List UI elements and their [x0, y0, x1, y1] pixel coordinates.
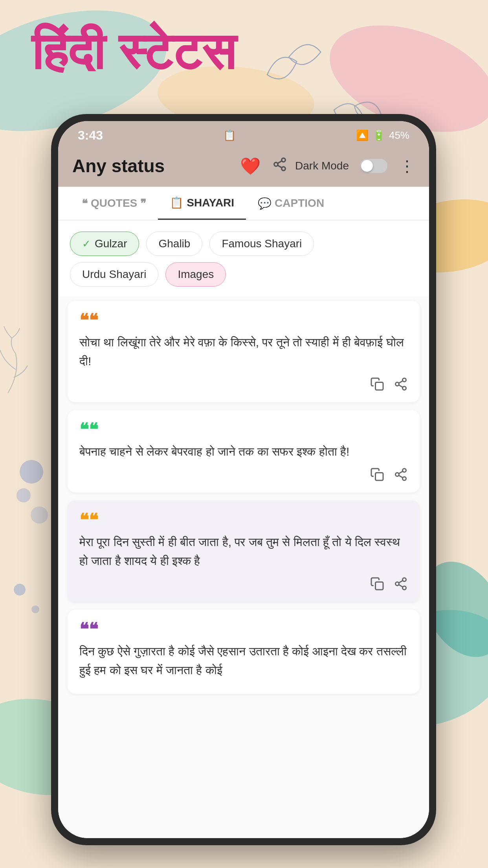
shayari-icon: 📋	[170, 196, 183, 209]
app-title-hindi: हिंदी स्टेटस	[31, 24, 236, 80]
heart-icon: ❤️	[240, 156, 261, 176]
tab-quotes[interactable]: ❝ QUOTES ❞	[70, 188, 158, 219]
chip-gulzar[interactable]: ✓ Gulzar	[70, 232, 139, 256]
quote-card-3: ❝❝ मेरा पूरा दिन सुस्ती में ही बीत जाता …	[68, 500, 420, 602]
quote-mark-1: ❝❝	[79, 312, 408, 329]
quote-text-2: बेपनाह चाहने से लेकर बेपरवाह हो जाने तक …	[79, 442, 408, 461]
copy-button-2[interactable]	[370, 467, 384, 485]
dark-mode-label: Dark Mode	[295, 160, 349, 172]
battery-level: 45%	[389, 129, 409, 142]
caption-icon: 💬	[258, 197, 272, 210]
check-icon: ✓	[82, 238, 91, 250]
svg-rect-24	[376, 473, 383, 481]
sim-icon: 📋	[223, 129, 236, 142]
copy-button-3[interactable]	[370, 577, 384, 594]
share-button-2[interactable]	[394, 467, 408, 485]
svg-line-16	[278, 165, 282, 167]
chip-urdu-shayari[interactable]: Urdu Shayari	[70, 262, 158, 287]
svg-point-10	[14, 584, 26, 596]
quote-text-1: सोचा था लिखूंगा तेरे और मेरे वफ़ा के किस…	[79, 333, 408, 371]
svg-line-22	[399, 385, 403, 387]
app-header: Any status ❤️ Dark Mode ⋮	[58, 148, 429, 187]
dark-mode-toggle[interactable]	[360, 159, 387, 173]
battery-icon: 🔋	[372, 129, 385, 142]
app-name: Any status	[72, 155, 232, 177]
status-bar: 3:43 📋 🔼 🔋 45%	[58, 121, 429, 148]
svg-line-28	[399, 475, 403, 478]
share-button-1[interactable]	[394, 377, 408, 394]
svg-rect-18	[376, 383, 383, 390]
phone-mockup: 3:43 📋 🔼 🔋 45% Any status ❤️	[51, 114, 436, 845]
svg-point-8	[31, 506, 48, 524]
quote-text-4: दिन कुछ ऐसे गुज़ारता है कोई जैसे एहसान उ…	[79, 642, 408, 680]
quote-mark-3: ❝❝	[79, 511, 408, 529]
chip-ghalib[interactable]: Ghalib	[146, 232, 202, 256]
svg-line-29	[399, 471, 403, 474]
share-header-icon[interactable]	[272, 157, 287, 175]
filter-chips: ✓ Gulzar Ghalib Famous Shayari Urdu Shay…	[58, 221, 429, 297]
quote-mark-4: ❝❝	[79, 621, 408, 638]
quotes-list: ❝❝ सोचा था लिखूंगा तेरे और मेरे वफ़ा के …	[58, 297, 429, 838]
chip-famous-shayari[interactable]: Famous Shayari	[209, 232, 314, 256]
quote-card-2: ❝❝ बेपनाह चाहने से लेकर बेपरवाह हो जाने …	[68, 410, 420, 493]
quote-text-3: मेरा पूरा दिन सुस्ती में ही बीत जाता है,…	[79, 533, 408, 570]
svg-line-34	[399, 585, 403, 587]
signal-icon: 🔼	[356, 129, 369, 142]
share-button-3[interactable]	[394, 577, 408, 594]
quote-card-1: ❝❝ सोचा था लिखूंगा तेरे और मेरे वफ़ा के …	[68, 301, 420, 402]
quote-card-4: ❝❝ दिन कुछ ऐसे गुज़ारता है कोई जैसे एहसा…	[68, 610, 420, 694]
quote-mark-2: ❝❝	[79, 421, 408, 438]
chip-images[interactable]: Images	[165, 262, 226, 287]
quote-right-icon: ❞	[140, 197, 146, 210]
more-options-icon[interactable]: ⋮	[399, 157, 415, 175]
quote-left-icon: ❝	[82, 197, 88, 210]
status-time: 3:43	[78, 128, 103, 143]
tabs-bar: ❝ QUOTES ❞ 📋 SHAYARI 💬 CAPTION	[58, 187, 429, 221]
svg-point-11	[31, 605, 39, 613]
copy-button-1[interactable]	[370, 377, 384, 394]
svg-line-23	[399, 381, 403, 383]
svg-rect-30	[376, 582, 383, 590]
svg-point-7	[17, 488, 31, 502]
tab-caption[interactable]: 💬 CAPTION	[246, 188, 336, 219]
svg-line-35	[399, 581, 403, 583]
svg-point-6	[20, 460, 43, 484]
tab-shayari[interactable]: 📋 SHAYARI	[158, 187, 246, 220]
svg-line-17	[278, 161, 282, 163]
